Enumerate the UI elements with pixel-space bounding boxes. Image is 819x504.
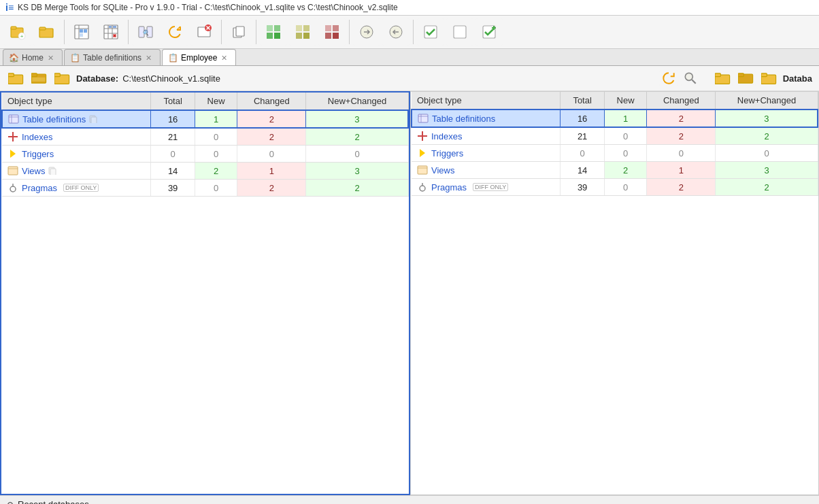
obj-name: Indexes xyxy=(2,128,151,146)
check-all-button[interactable] xyxy=(417,18,444,46)
check-confirm-button[interactable] xyxy=(475,18,503,46)
col-changed-left: Changed xyxy=(237,93,306,110)
col-new-right: New xyxy=(604,92,646,110)
svg-rect-17 xyxy=(109,26,112,28)
left-db-header: Database: C:\test\Chinook_v1.sqlite xyxy=(7,70,700,86)
svg-rect-84 xyxy=(418,135,427,137)
svg-rect-55 xyxy=(32,78,45,82)
recent-databases-label: Recent databases xyxy=(18,499,89,504)
grid-red-button[interactable] xyxy=(318,18,346,46)
tab-table-def-label: Table definitions xyxy=(83,53,141,63)
right-folder2-button[interactable] xyxy=(737,70,756,86)
new-cell: 0 xyxy=(195,128,237,146)
table-row[interactable]: Indexes 21 0 2 2 xyxy=(412,127,818,145)
merge-left-button[interactable] xyxy=(382,18,410,46)
main-area: Database: C:\test\Chinook_v1.sqlite xyxy=(0,66,819,495)
open-connection-button[interactable] xyxy=(33,18,61,46)
left-folder2-button[interactable] xyxy=(30,70,49,86)
obj-name: Pragmas DIFF ONLY xyxy=(412,179,561,196)
table-row[interactable]: Views 14 2 1 3 xyxy=(2,163,408,180)
compare-button[interactable]: 🔍 xyxy=(132,18,159,46)
svg-rect-18 xyxy=(113,26,116,28)
table-row[interactable]: Pragmas DIFF ONLY 39 0 2 2 xyxy=(412,179,818,196)
left-folder3-button[interactable] xyxy=(53,70,72,86)
svg-rect-10 xyxy=(84,29,87,33)
toolbar-sep-3 xyxy=(221,20,222,44)
changed-cell: 2 xyxy=(647,110,716,127)
col-newchanged-right: New+Changed xyxy=(716,92,818,110)
svg-rect-36 xyxy=(296,25,302,31)
refresh-button[interactable] xyxy=(161,18,188,46)
tab-table-def-close[interactable]: ✕ xyxy=(144,54,153,63)
merge-right-button[interactable] xyxy=(353,18,380,46)
svg-rect-35 xyxy=(274,33,280,39)
left-search-button[interactable] xyxy=(681,70,700,86)
table-edit-button[interactable] xyxy=(97,18,124,46)
checkbox-button[interactable] xyxy=(446,18,473,46)
db-header: Database: C:\test\Chinook_v1.sqlite xyxy=(0,66,819,91)
table-row[interactable]: Table definitions 16 1 2 3 xyxy=(412,110,818,127)
tab-home-label: Home xyxy=(22,53,44,63)
col-object-type-left: Object type xyxy=(2,93,151,110)
svg-rect-80 xyxy=(418,114,428,122)
table-row[interactable]: Indexes 21 0 2 2 xyxy=(2,128,408,146)
tab-home[interactable]: 🏠 Home ✕ xyxy=(3,49,63,65)
col-changed-right: Changed xyxy=(647,92,716,110)
svg-rect-77 xyxy=(50,169,56,175)
total-cell: 16 xyxy=(561,110,605,127)
newchanged-cell: 2 xyxy=(306,180,408,197)
toolbar-sep-2 xyxy=(128,20,129,44)
app-icon: i≡ xyxy=(5,2,14,13)
newchanged-cell: 2 xyxy=(306,128,408,146)
tab-home-close[interactable]: ✕ xyxy=(46,54,55,63)
svg-rect-74 xyxy=(8,167,18,175)
table-row[interactable]: Triggers 0 0 0 0 xyxy=(2,146,408,163)
table-row[interactable]: Views 14 2 1 3 xyxy=(412,162,818,179)
tab-table-definitions[interactable]: 📋 Table definitions ✕ xyxy=(64,49,161,65)
close-compare-button[interactable] xyxy=(190,18,218,46)
copy-all-button[interactable] xyxy=(225,18,252,46)
toolbar-sep-6 xyxy=(413,20,414,44)
table-row[interactable]: Pragmas DIFF ONLY 39 0 2 2 xyxy=(2,180,408,197)
tab-employee-close[interactable]: ✕ xyxy=(220,54,229,63)
svg-marker-73 xyxy=(10,150,16,158)
total-cell: 39 xyxy=(561,179,605,196)
svg-rect-41 xyxy=(333,25,339,31)
left-refresh-button[interactable] xyxy=(659,70,678,86)
table-select-button[interactable] xyxy=(68,18,95,46)
svg-rect-37 xyxy=(303,25,310,31)
table-row[interactable]: Triggers 0 0 0 0 xyxy=(412,145,818,162)
svg-point-78 xyxy=(10,186,16,192)
table-def-tab-icon: 📋 xyxy=(70,53,80,63)
new-cell: 0 xyxy=(604,127,646,145)
bottom-area: ⊙ Recent databases 17:43 [C:\test\Chinoo… xyxy=(0,495,819,504)
svg-rect-65 xyxy=(761,73,767,77)
right-folder3-button[interactable] xyxy=(760,70,779,86)
obj-name: Table definitions xyxy=(2,110,151,128)
right-table-header: Object type Total New Changed New+Change… xyxy=(412,92,818,110)
new-connection-button[interactable]: + xyxy=(4,18,31,46)
changed-cell: 1 xyxy=(237,163,306,180)
tab-bar: 🏠 Home ✕ 📋 Table definitions ✕ 📋 Employe… xyxy=(0,49,819,66)
obj-name: Views xyxy=(2,163,151,180)
left-table-header: Object type Total New Changed New+Change… xyxy=(2,93,408,110)
recent-databases-section[interactable]: ⊙ Recent databases xyxy=(0,496,819,504)
newchanged-cell: 0 xyxy=(306,146,408,163)
newchanged-cell: 2 xyxy=(716,179,818,196)
newchanged-cell: 3 xyxy=(716,110,818,127)
left-folder1-button[interactable] xyxy=(7,70,26,86)
total-cell: 14 xyxy=(151,163,195,180)
right-folder1-button[interactable] xyxy=(714,70,733,86)
total-cell: 16 xyxy=(151,110,195,128)
changed-cell: 2 xyxy=(647,127,716,145)
svg-rect-63 xyxy=(738,73,743,77)
new-cell: 0 xyxy=(604,179,646,196)
total-cell: 21 xyxy=(151,128,195,146)
grid-yellow-button[interactable] xyxy=(289,18,316,46)
svg-rect-52 xyxy=(8,73,14,77)
table-row[interactable]: Table definitions 16 1 2 3 xyxy=(2,110,408,128)
tab-employee[interactable]: 📋 Employee ✕ xyxy=(162,49,236,65)
svg-rect-47 xyxy=(454,26,466,38)
grid-green-button[interactable] xyxy=(260,18,287,46)
newchanged-cell: 3 xyxy=(306,110,408,128)
